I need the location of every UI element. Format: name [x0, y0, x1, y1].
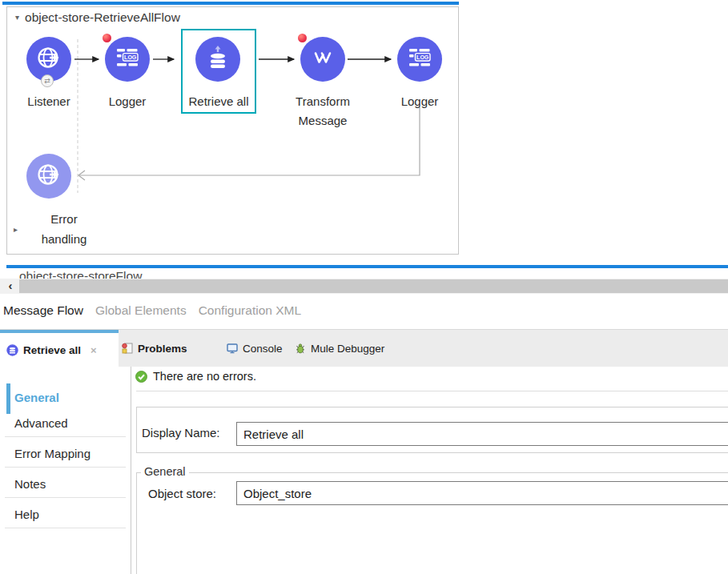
globe-arrow-icon: [34, 43, 63, 75]
close-icon[interactable]: ×: [90, 344, 97, 356]
debugger-icon: [295, 343, 306, 354]
flow-selection-top-line: [2, 2, 459, 5]
node-logger-1[interactable]: LOG: [105, 37, 150, 82]
object-store-input[interactable]: [236, 481, 728, 505]
validation-status: There are no errors.: [135, 370, 256, 383]
status-separator: [136, 391, 728, 391]
database-up-icon: [203, 43, 232, 75]
swap-badge-icon: ⇄: [41, 74, 54, 87]
error-handling-label: Error handling: [28, 209, 100, 249]
display-name-label: Display Name:: [142, 426, 220, 440]
node-retrieve-all[interactable]: [195, 37, 240, 82]
sidebar-item-error-mapping[interactable]: Error Mapping: [14, 447, 90, 460]
flow2-title-clipped[interactable]: object-store-storeFlow: [19, 270, 340, 279]
globe-arrow-icon: [34, 160, 63, 192]
general-group-label: General: [141, 465, 189, 478]
tab-problems[interactable]: Problems: [122, 330, 187, 367]
tab-label: Retrieve all: [23, 344, 81, 356]
sidebar-item-help[interactable]: Help: [14, 508, 39, 521]
display-name-input[interactable]: [236, 422, 728, 446]
console-icon: [227, 343, 238, 354]
object-store-label: Object store:: [148, 487, 216, 500]
sidebar-divider: [5, 528, 126, 528]
editor-tab-bar: Message Flow Global Elements Configurati…: [0, 297, 728, 330]
sidebar-divider: [5, 497, 126, 498]
sidebar-active-indicator: [6, 383, 10, 414]
sidebar-divider: [5, 467, 126, 468]
tab-label: Problems: [138, 343, 187, 355]
tab-console[interactable]: Console: [227, 330, 283, 367]
tab-retrieve-all[interactable]: Retrieve all ×: [0, 330, 119, 367]
node-label: Transform Message: [288, 92, 357, 130]
view-tab-bar: Retrieve all × Problems Console: [0, 330, 728, 367]
tab-configuration-xml[interactable]: Configuration XML: [199, 303, 301, 318]
dataweave-icon: [308, 43, 337, 75]
tab-message-flow[interactable]: Message Flow: [3, 303, 83, 318]
node-label: Retrieve all: [183, 92, 255, 111]
log-icon: LOG: [405, 43, 434, 75]
svg-text:LOG: LOG: [416, 54, 429, 60]
node-label: Listener: [13, 92, 85, 111]
sidebar-item-notes[interactable]: Notes: [14, 477, 46, 491]
tab-mule-debugger[interactable]: Mule Debugger: [295, 330, 384, 367]
node-error-handling-source[interactable]: [26, 154, 71, 199]
node-logger-2[interactable]: LOG: [397, 37, 442, 82]
scroll-left-icon[interactable]: ‹: [3, 279, 18, 294]
node-label: Logger: [91, 92, 163, 111]
flow-container[interactable]: ▾object-store-RetrieveAllFlow: [6, 6, 459, 255]
status-text: There are no errors.: [153, 370, 256, 383]
sidebar-divider: [5, 436, 126, 437]
tab-global-elements[interactable]: Global Elements: [95, 303, 187, 318]
collapse-right-icon[interactable]: ▸: [14, 225, 18, 234]
anypoint-studio-window: ▾object-store-RetrieveAllFlow: [0, 0, 728, 574]
scrollbar-thumb[interactable]: [19, 279, 728, 293]
sidebar-item-advanced[interactable]: Advanced: [14, 416, 68, 430]
error-marker-dot: [298, 34, 307, 42]
sidebar-item-general[interactable]: General: [14, 391, 59, 404]
tab-label: Mule Debugger: [311, 343, 384, 355]
sidebar-separator: [131, 367, 131, 574]
canvas-horizontal-scrollbar[interactable]: ‹: [0, 279, 728, 294]
success-check-icon: [135, 371, 147, 383]
flow2-selection-line: [6, 265, 728, 268]
tab-label: Console: [243, 343, 283, 355]
problems-icon: [122, 343, 133, 354]
node-label: Logger: [384, 92, 456, 111]
svg-text:LOG: LOG: [124, 54, 137, 60]
error-marker-dot: [103, 34, 111, 42]
log-icon: LOG: [113, 43, 142, 75]
retrieve-mini-icon: [6, 344, 18, 356]
node-transform-message[interactable]: [300, 37, 345, 82]
